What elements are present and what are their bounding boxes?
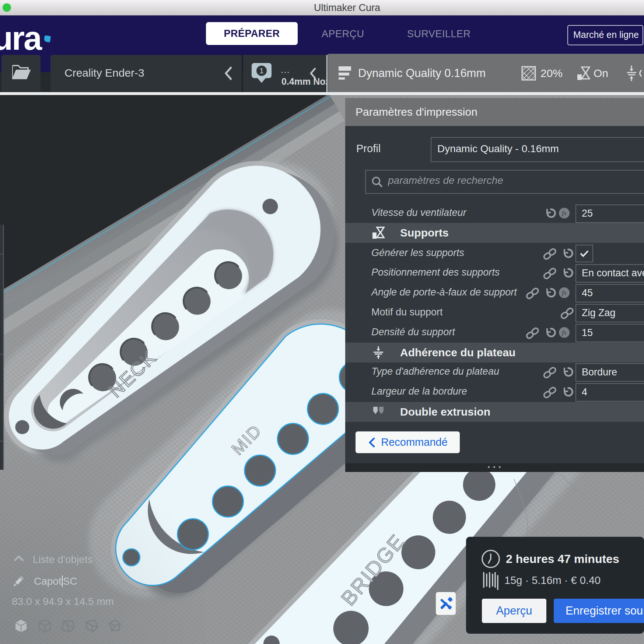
svg-text:1: 1 (259, 67, 263, 75)
svg-text:O: O (639, 67, 642, 79)
